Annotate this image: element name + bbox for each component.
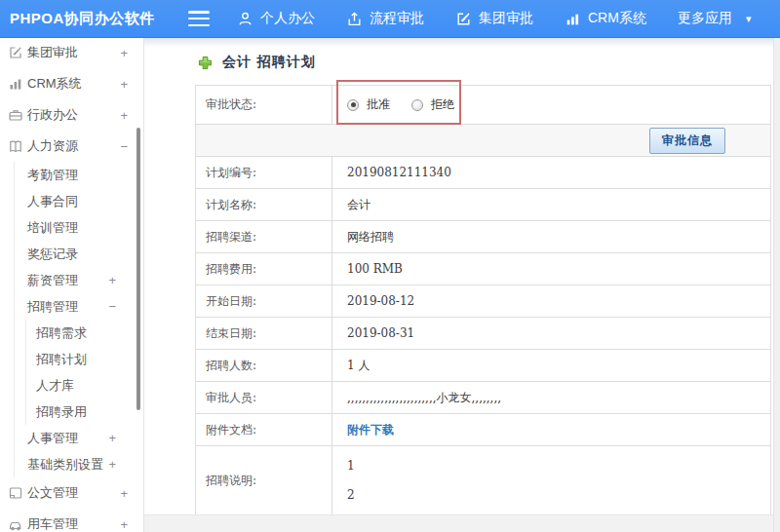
sidebar-item-label: 招聘计划: [36, 351, 87, 368]
sidebar-item-label: 集团审批: [27, 44, 78, 61]
sidebar-item-label: 人事管理: [27, 430, 78, 447]
expand-plus-icon[interactable]: +: [120, 46, 128, 60]
nav-label: 流程审批: [370, 10, 424, 27]
app-logo[interactable]: PHPOA协同办公软件: [0, 10, 188, 28]
radio-reject[interactable]: 拒绝: [411, 96, 454, 113]
expand-plus-icon[interactable]: +: [120, 517, 128, 532]
sidebar-item-salary[interactable]: 薪资管理 +: [15, 267, 143, 293]
expand-plus-icon[interactable]: +: [108, 273, 116, 287]
page-title: 会计 招聘计划: [222, 54, 316, 71]
car-icon: [8, 516, 23, 532]
nav-crm-system[interactable]: CRM系统: [565, 10, 646, 27]
sidebar-item-document-mgmt[interactable]: 公文管理 +: [0, 477, 143, 509]
hr-submenu: 考勤管理 人事合同 培训管理 奖惩记录 薪资管理 + 招聘管理 − 招聘需求: [14, 162, 143, 477]
page-scrollbar-track[interactable]: [773, 37, 780, 532]
approval-info-button[interactable]: 审批信息: [649, 128, 725, 154]
nav-label: 更多应用: [678, 10, 732, 27]
expand-plus-icon[interactable]: +: [108, 457, 116, 472]
row-recruit-cost: 招聘费用: 100 RMB: [196, 253, 771, 285]
sidebar-item-recruit-plan[interactable]: 招聘计划: [26, 346, 143, 372]
field-value: 网络招聘: [332, 221, 771, 253]
add-icon[interactable]: [198, 56, 213, 70]
expand-minus-icon[interactable]: −: [108, 299, 116, 314]
sidebar-item-crm[interactable]: CRM系统 +: [0, 68, 143, 99]
title-row: 会计 招聘计划: [198, 54, 316, 71]
caret-down-icon[interactable]: ▾: [746, 13, 752, 25]
bar-chart-icon: [565, 11, 581, 27]
book-icon: [8, 138, 23, 154]
sidebar-item-label: CRM系统: [27, 75, 82, 93]
radio-approve[interactable]: 批准: [347, 96, 390, 113]
field-label: 招聘渠道:: [196, 221, 332, 253]
field-value: 附件下载: [332, 414, 771, 446]
field-value: 批准 拒绝: [332, 86, 771, 125]
sidebar-item-label: 招聘录用: [36, 403, 87, 421]
main-content: 会计 招聘计划 审批状态: 批准 拒绝: [144, 37, 780, 532]
row-approval-status: 审批状态: 批准 拒绝: [196, 86, 771, 125]
sidebar-item-hr[interactable]: 人力资源 −: [0, 131, 143, 162]
menu-toggle-icon[interactable]: [188, 11, 210, 26]
sidebar-item-label: 人力资源: [27, 137, 78, 155]
expand-plus-icon[interactable]: +: [108, 431, 116, 445]
row-start-date: 开始日期: 2019-08-12: [196, 285, 771, 318]
approval-radio-group: 批准 拒绝: [347, 96, 770, 113]
bottom-band: [144, 514, 773, 532]
nav-workflow-approval[interactable]: 流程审批: [346, 10, 424, 27]
field-value: 100 RMB: [332, 253, 771, 285]
field-label: 招聘人数:: [196, 350, 332, 382]
field-label: 附件文档:: [196, 414, 332, 446]
field-label: 招聘费用:: [196, 253, 332, 285]
sidebar-item-label: 人事合同: [27, 193, 78, 210]
expand-plus-icon[interactable]: +: [120, 108, 128, 123]
attachment-download-link[interactable]: 附件下载: [347, 423, 394, 437]
description-line: 2: [347, 480, 770, 510]
sidebar-item-training[interactable]: 培训管理: [15, 214, 143, 241]
sidebar-item-recruit-demand[interactable]: 招聘需求: [26, 320, 143, 346]
sidebar-item-admin-office[interactable]: 行政办公 +: [0, 99, 143, 131]
sidebar-item-personnel[interactable]: 人事管理 +: [15, 425, 143, 451]
workflow-upload-icon: [346, 11, 363, 27]
sidebar-item-recruitment[interactable]: 招聘管理 −: [15, 293, 143, 320]
field-label: 审批状态:: [196, 86, 332, 125]
expand-plus-icon[interactable]: +: [120, 486, 128, 501]
sidebar-item-label: 公文管理: [27, 484, 78, 502]
sidebar-item-attendance[interactable]: 考勤管理: [15, 162, 143, 188]
nav-label: 集团审批: [479, 10, 533, 27]
sidebar-item-hr-contract[interactable]: 人事合同: [15, 188, 143, 214]
expand-plus-icon[interactable]: +: [120, 77, 128, 92]
radio-checked-icon[interactable]: [347, 99, 359, 111]
edit-icon: [8, 45, 23, 60]
sidebar-scrollbar[interactable]: [136, 128, 140, 410]
recruit-plan-form: 审批状态: 批准 拒绝 审批信息: [195, 85, 771, 515]
sidebar-item-label: 薪资管理: [27, 272, 78, 289]
row-recruit-description: 招聘说明: 1 2: [196, 446, 771, 515]
sidebar-item-recruit-hire[interactable]: 招聘录用: [26, 399, 143, 425]
field-value: ,,,,,,,,,,,,,,,,,,,,,,,,小龙女,,,,,,,,: [332, 382, 771, 414]
row-end-date: 结束日期: 2019-08-31: [196, 318, 771, 350]
sidebar: 集团审批 + CRM系统 + 行政办公 +: [0, 37, 144, 532]
sidebar-item-label: 招聘管理: [27, 298, 78, 316]
sidebar-item-rewards[interactable]: 奖惩记录: [15, 241, 143, 267]
row-plan-name: 计划名称: 会计: [196, 189, 771, 221]
nav-more-apps[interactable]: 更多应用: [678, 10, 732, 27]
recruitment-submenu: 招聘需求 招聘计划 人才库 招聘录用: [25, 320, 143, 425]
radio-reject-label: 拒绝: [431, 96, 454, 113]
field-value: 1 人: [332, 350, 771, 382]
sidebar-item-vehicle-mgmt[interactable]: 用车管理 +: [0, 509, 143, 532]
sidebar-item-talent-pool[interactable]: 人才库: [26, 372, 143, 399]
radio-unchecked-icon[interactable]: [411, 99, 423, 111]
expand-minus-icon[interactable]: −: [120, 139, 128, 154]
nav-personal-office[interactable]: 个人办公: [237, 10, 315, 27]
row-headcount: 招聘人数: 1 人: [196, 350, 771, 382]
top-gradient-strip: [144, 37, 780, 47]
field-label: 招聘说明:: [196, 446, 332, 515]
nav-group-approval[interactable]: 集团审批: [455, 10, 533, 27]
radio-approve-label: 批准: [367, 96, 390, 113]
sidebar-item-group-approval[interactable]: 集团审批 +: [0, 37, 143, 68]
field-value: 20190812111340: [332, 157, 771, 189]
field-label: 结束日期:: [196, 318, 332, 350]
sidebar-item-base-category[interactable]: 基础类别设置 +: [15, 451, 143, 477]
nav-label: CRM系统: [588, 10, 646, 27]
row-approvers: 审批人员: ,,,,,,,,,,,,,,,,,,,,,,,,小龙女,,,,,,,…: [196, 382, 771, 414]
field-label: 计划编号:: [196, 157, 332, 189]
